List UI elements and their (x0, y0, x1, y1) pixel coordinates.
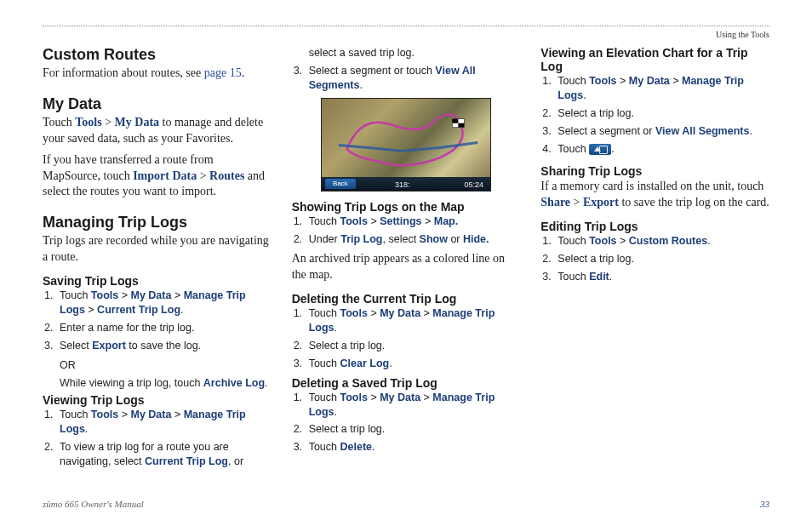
ui-delete: Delete (340, 441, 373, 453)
text: . (335, 322, 337, 334)
step-archive-log: While viewing a trip log, touch Archive … (43, 376, 272, 391)
heading-showing-on-map: Showing Trip Logs on the Map (292, 200, 521, 214)
heading-custom-routes: Custom Routes (43, 46, 272, 64)
text: Select a segment or touch (309, 65, 436, 77)
ui-show: Show (420, 233, 448, 245)
text: > (118, 409, 130, 420)
list-elevation: Touch Tools > My Data > Manage Trip Logs… (540, 74, 769, 156)
ui-tools: Tools (91, 289, 118, 301)
footer-page-number: 33 (760, 499, 769, 509)
text: Touch (558, 143, 589, 155)
text: > (368, 215, 380, 227)
text: > (368, 307, 380, 319)
text: Touch (558, 235, 589, 247)
heading-deleting-saved: Deleting a Saved Trip Log (292, 376, 521, 390)
text: > (420, 392, 432, 403)
text: Touch (60, 409, 91, 420)
text: or (448, 233, 463, 245)
text: > (617, 235, 629, 247)
heading-my-data: My Data (43, 95, 272, 113)
ui-map: Map. (434, 215, 458, 227)
ui-current-trip-log: Current Trip Log (97, 304, 180, 316)
svg-rect-2 (458, 123, 464, 127)
map-time: 05:24 (464, 180, 483, 189)
list-item: Select a trip log. (540, 106, 769, 121)
text: If a memory card is installed on the uni… (540, 180, 763, 192)
text: > (102, 116, 115, 129)
heading-sharing-trip-logs: Sharing Trip Logs (540, 164, 769, 178)
svg-rect-1 (452, 118, 458, 123)
text: . (85, 423, 88, 435)
para-manage: Trip logs are recorded while you are nav… (43, 233, 272, 266)
text: . (335, 406, 337, 418)
text: > (570, 196, 583, 209)
ui-settings: Settings (380, 215, 421, 227)
ui-routes: Routes (209, 169, 244, 182)
list-item: Select a trip log. (540, 252, 769, 266)
link-page-15[interactable]: page 15 (204, 66, 242, 79)
list-item: Select a trip log. (292, 339, 521, 353)
text: Touch (558, 75, 589, 87)
text: > (420, 307, 432, 319)
text: Touch (558, 271, 589, 283)
para-my-data: Touch Tools > My Data to manage and dele… (43, 115, 272, 147)
list-saving: Touch Tools > My Data > Manage Trip Logs… (43, 289, 272, 353)
list-editing: Touch Tools > Custom Routes. Select a tr… (540, 234, 769, 284)
ui-my-data: My Data (131, 289, 172, 301)
para-sharing: If a memory card is installed on the uni… (540, 179, 769, 211)
list-item: Select Export to save the log. (43, 339, 272, 353)
list-item: Touch Tools > My Data > Manage Trip Logs… (292, 306, 521, 335)
text: Touch (309, 357, 340, 369)
text: Touch (43, 116, 75, 129)
list-item: Touch Tools > My Data > Manage Trip Logs… (292, 391, 521, 420)
text: . (359, 79, 362, 91)
text: . (707, 235, 710, 247)
text: Touch (60, 289, 91, 301)
text: . (389, 357, 392, 369)
breadcrumb: Using the Tools (43, 30, 769, 39)
step-or: OR (43, 358, 272, 373)
ui-custom-routes: Custom Routes (629, 235, 707, 247)
text: Touch (309, 441, 340, 453)
elevation-chart-icon (589, 144, 611, 155)
ui-export: Export (92, 340, 126, 352)
text: . (372, 441, 375, 453)
text: to save the trip log on the card. (619, 196, 769, 209)
trip-log-map-image: Back 318: 05:24 (321, 98, 491, 192)
list-item: Touch Tools > My Data > Manage Trip Logs… (540, 74, 769, 103)
ui-tools: Tools (340, 392, 368, 403)
para-custom-routes: For information about routes, see page 1… (43, 66, 272, 82)
map-back-button[interactable]: Back (325, 179, 356, 189)
list-item: Touch Tools > My Data > Manage Trip Logs… (43, 408, 272, 437)
text: . (265, 377, 267, 389)
para-mapsource: If you have transferred a route from Map… (43, 152, 272, 201)
ui-my-data: My Data (380, 307, 420, 319)
list-item: Select a trip log. (292, 422, 521, 437)
text: . (583, 89, 586, 101)
list-item: Touch Clear Log. (292, 357, 521, 371)
text: . (180, 304, 183, 316)
ui-share: Share (540, 196, 570, 209)
ui-view-all-segments: View All Segments (655, 125, 749, 137)
text: . (242, 66, 245, 79)
ui-my-data: My Data (380, 392, 420, 403)
text: to save the log. (126, 340, 201, 352)
text: . (749, 125, 752, 137)
ui-hide: Hide. (463, 233, 489, 245)
content-columns: Custom Routes For information about rout… (43, 46, 769, 480)
heading-managing-trip-logs: Managing Trip Logs (43, 214, 272, 232)
list-item: Touch Tools > Settings > Map. (292, 214, 521, 229)
ui-my-data: My Data (115, 116, 160, 129)
list-item: Select a segment or View All Segments. (540, 124, 769, 139)
ui-trip-log: Trip Log (340, 233, 382, 245)
text: > (617, 75, 629, 87)
ui-tools: Tools (91, 409, 118, 420)
text: . (611, 143, 614, 155)
ui-my-data: My Data (131, 409, 172, 420)
text: > (421, 215, 433, 227)
para-archived-trip: An archived trip appears as a colored li… (292, 251, 521, 283)
footer-title: zūmo 665 Owner's Manual (43, 499, 144, 509)
text: Under (309, 233, 341, 245)
text: > (118, 289, 130, 301)
text: Touch (309, 392, 340, 403)
